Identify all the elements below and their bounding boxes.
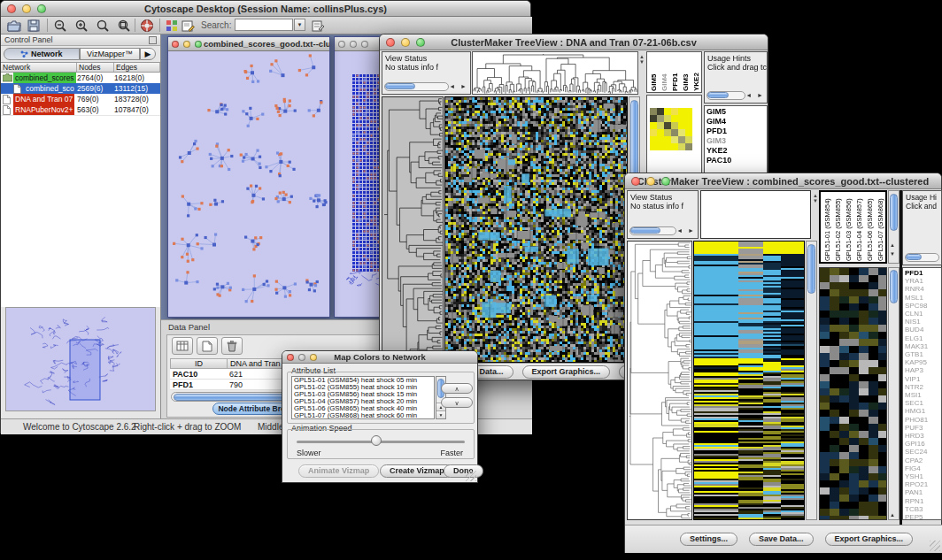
minimize-button[interactable] [646, 177, 655, 186]
scrollbar-thumb[interactable] [630, 100, 638, 181]
close-button[interactable] [7, 4, 16, 13]
main-title-bar[interactable]: Cytoscape Desktop (Session Name: collins… [1, 1, 530, 17]
scrollbar-thumb[interactable] [630, 227, 660, 234]
zoom-out-icon[interactable] [52, 18, 68, 34]
column-dendrogram-pane[interactable] [700, 190, 811, 239]
help-lifering-icon[interactable] [139, 18, 155, 34]
network-tree-row[interactable]: RNAPuberNov2+563(0)107847(0) [1, 104, 160, 115]
scrollbar-thumb[interactable] [890, 270, 898, 303]
zoom-button[interactable] [661, 177, 670, 186]
search-dropdown-button[interactable]: ▼ [294, 19, 305, 31]
select-attributes-icon[interactable] [172, 337, 193, 355]
network-view-title-bar[interactable]: combined_scores_good.txt--cluste... [168, 37, 329, 51]
tab-network[interactable]: Network [4, 48, 80, 60]
heatmap-canvas[interactable] [445, 97, 627, 362]
settings-button[interactable]: Settings... [680, 533, 737, 546]
zoom-button[interactable] [416, 38, 425, 47]
scrollbar-arrows[interactable]: ◄ ► [676, 227, 696, 234]
correlation-matrix[interactable] [650, 108, 692, 150]
resize-grip[interactable] [466, 471, 476, 481]
zoom-button[interactable] [361, 41, 368, 48]
column-header[interactable]: Network [1, 63, 77, 72]
export-graphics-button[interactable]: Export Graphics... [825, 533, 914, 546]
zoom-heatmap-pane[interactable] [819, 267, 887, 520]
close-button[interactable] [338, 41, 345, 48]
attribute-listbox[interactable]: GPL51-01 (GSM854) heat shock 05 minGPL51… [291, 376, 435, 419]
delete-attribute-trash-icon[interactable] [221, 337, 243, 355]
network-view-canvas[interactable] [335, 51, 382, 317]
labels-vertical-scrollbar[interactable]: ▲ ▼ [888, 190, 900, 264]
scrollbar-thumb[interactable] [890, 194, 898, 231]
scrollbar-thumb[interactable] [385, 83, 415, 89]
zoom-fit-icon[interactable] [116, 18, 132, 34]
view-status-scrollbar[interactable]: ◄ ► [384, 82, 468, 92]
treeview1-title-bar[interactable]: ClusterMaker TreeView : DNA and Tran 07-… [380, 35, 768, 50]
column-header[interactable]: ID [171, 359, 228, 368]
zoom-vertical-scrollbar[interactable]: ▲ [888, 267, 900, 520]
minimize-button[interactable] [350, 41, 357, 48]
splitter-arrows-icon[interactable]: ▲▼ [639, 54, 645, 65]
close-button[interactable] [172, 41, 179, 48]
column-header[interactable]: Nodes [77, 63, 114, 72]
scroll-down-arrow[interactable]: ▲ [890, 512, 895, 518]
close-button[interactable] [631, 177, 640, 186]
zoom-heatmap-canvas[interactable] [820, 268, 886, 519]
scroll-up-arrow[interactable]: ▲ [890, 242, 895, 248]
zoom-in-icon[interactable] [73, 18, 89, 34]
animate-vizmap-button[interactable]: Animate Vizmap [298, 464, 379, 478]
network-tree-row[interactable]: combined_scores2764(0)16218(0) [1, 73, 160, 83]
row-dendrogram-pane[interactable] [382, 96, 444, 363]
usage-hints-scrollbar[interactable]: ◄ ► [706, 91, 765, 101]
float-panel-icon[interactable] [149, 36, 157, 44]
minimize-button[interactable] [298, 354, 305, 361]
heatmap-canvas[interactable] [694, 242, 804, 519]
column-dendrogram-canvas[interactable] [473, 52, 637, 94]
network-overview-thumbnail[interactable] [5, 307, 156, 411]
dialog-title-bar[interactable]: Map Colors to Network [282, 351, 477, 364]
resize-grip[interactable] [930, 541, 940, 551]
zoom-button[interactable] [310, 354, 317, 361]
treeview2-title-bar[interactable]: ClusterMaker TreeView : combined_scores_… [625, 173, 941, 189]
vizmap-icon[interactable] [164, 18, 180, 34]
scrollbar-thumb[interactable] [906, 254, 922, 260]
move-up-button[interactable]: ∧ [441, 383, 473, 394]
column-header[interactable]: Edges [114, 63, 160, 72]
scrollbar-thumb[interactable] [707, 92, 729, 98]
row-dendrogram-canvas[interactable] [628, 242, 691, 519]
scrollbar-arrows[interactable]: ◄ ► [745, 92, 765, 98]
export-graphics-button[interactable]: Export Graphics... [522, 365, 611, 379]
search-input[interactable] [235, 19, 293, 31]
save-icon[interactable] [26, 18, 42, 34]
row-dendrogram-pane[interactable] [627, 241, 692, 520]
heatmap-vertical-scrollbar[interactable] [806, 241, 817, 520]
heatmap-pane[interactable] [693, 241, 805, 520]
minimize-button[interactable] [183, 41, 190, 48]
overview-canvas[interactable] [6, 308, 155, 410]
close-button[interactable] [386, 38, 395, 47]
attribute-list-item[interactable]: GPL51-07 (GSM868) heat shock 60 min [292, 412, 434, 419]
network-tree-row[interactable]: combined_sco2569(6)13112(15) [1, 83, 160, 94]
scroll-down-arrow[interactable]: ▼ [436, 410, 445, 418]
move-down-button[interactable]: ∨ [441, 397, 473, 408]
usage-hints-scrollbar[interactable] [905, 253, 939, 263]
close-button[interactable] [287, 354, 294, 361]
tab-more-button[interactable]: ▶ [140, 48, 156, 60]
column-dendrogram-pane[interactable] [472, 51, 638, 95]
new-attribute-icon[interactable] [197, 337, 218, 355]
save-data-button[interactable]: Save Data... [749, 533, 814, 546]
view-status-scrollbar[interactable]: ◄ ► [629, 226, 696, 236]
network-view-canvas[interactable] [168, 51, 329, 317]
annotation-icon[interactable] [180, 18, 196, 34]
zoom-button[interactable] [37, 4, 46, 13]
network-view-window[interactable]: combined_scores_good.txt--cluste... [167, 36, 330, 318]
open-folder-icon[interactable] [6, 18, 22, 34]
network-tree-row[interactable]: DNA and Tran 07769(0)183728(0) [1, 94, 160, 104]
scrollbar-thumb[interactable] [807, 244, 815, 294]
background-network-title-bar[interactable] [335, 37, 382, 51]
scrollbar-arrows[interactable]: ◄ ► [449, 83, 468, 89]
minimize-button[interactable] [401, 38, 410, 47]
attribute-editor-icon[interactable] [310, 18, 326, 34]
row-dendrogram-canvas[interactable] [382, 97, 443, 362]
scroll-down-arrow[interactable]: ▼ [890, 251, 895, 257]
tab-vizmapper[interactable]: VizMapper™ [80, 48, 140, 60]
